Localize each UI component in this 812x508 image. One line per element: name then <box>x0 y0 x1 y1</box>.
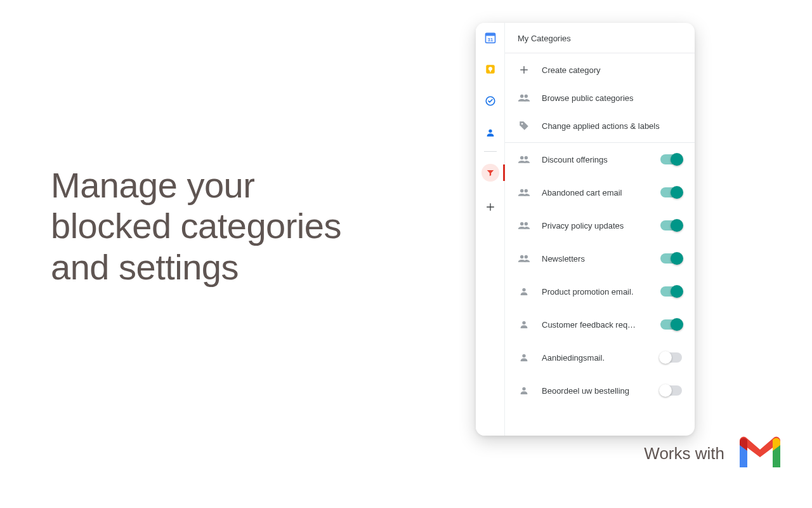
category-label: Beoordeel uw bestelling <box>542 386 649 396</box>
svg-point-22 <box>525 255 528 258</box>
browse-public-label: Browse public categories <box>542 93 634 103</box>
category-label: Product promotion email. <box>542 287 649 297</box>
svg-point-18 <box>525 189 528 192</box>
plus-icon[interactable] <box>483 200 497 214</box>
calendar-icon[interactable]: 31 <box>483 30 497 44</box>
tag-icon <box>518 119 530 132</box>
change-actions-button[interactable]: Change applied actions & labels <box>505 112 695 140</box>
category-row: Product promotion email. <box>505 275 695 308</box>
group-icon <box>518 219 530 232</box>
svg-point-26 <box>522 387 525 391</box>
footer: Works with <box>644 434 784 472</box>
svg-point-25 <box>522 354 525 358</box>
category-toggle[interactable] <box>660 253 682 264</box>
category-toggle[interactable] <box>660 385 682 396</box>
group-icon <box>518 252 530 265</box>
category-label: Discount offerings <box>542 155 649 164</box>
category-toggle[interactable] <box>660 220 682 231</box>
person-icon <box>518 351 530 364</box>
category-list: Discount offeringsAbandoned cart emailPr… <box>505 143 695 436</box>
contacts-icon[interactable] <box>483 126 497 140</box>
svg-point-17 <box>520 189 523 192</box>
create-category-button[interactable]: Create category <box>505 56 695 84</box>
category-toggle[interactable] <box>660 187 682 197</box>
svg-point-15 <box>520 156 523 159</box>
create-category-label: Create category <box>542 65 601 75</box>
browse-public-button[interactable]: Browse public categories <box>505 84 695 112</box>
panel-title: My Categories <box>505 23 695 53</box>
person-icon <box>518 318 530 331</box>
category-label: Abandoned cart email <box>542 188 649 197</box>
svg-point-12 <box>520 95 523 98</box>
keep-icon[interactable] <box>483 62 497 76</box>
filter-icon[interactable] <box>476 163 505 182</box>
category-label: Newsletters <box>542 254 649 264</box>
category-toggle[interactable] <box>660 352 682 363</box>
person-icon <box>518 285 530 298</box>
panel-main: My Categories Create category Browse pub… <box>505 23 695 436</box>
svg-point-21 <box>520 255 523 258</box>
change-actions-label: Change applied actions & labels <box>542 121 660 131</box>
tasks-icon[interactable] <box>483 94 497 108</box>
svg-text:31: 31 <box>487 37 492 43</box>
sidebar-divider <box>484 151 497 152</box>
category-label: Privacy policy updates <box>542 221 649 231</box>
panel-actions: Create category Browse public categories… <box>505 53 695 143</box>
group-icon <box>518 153 530 166</box>
svg-point-20 <box>525 222 528 225</box>
page-headline: Manage yourblocked categoriesand setting… <box>51 165 341 288</box>
categories-panel: 31 My Categories <box>476 23 695 436</box>
category-row: Abandoned cart email <box>505 176 695 209</box>
category-row: Discount offerings <box>505 143 695 176</box>
group-icon <box>518 186 530 199</box>
category-row: Customer feedback req… <box>505 308 695 341</box>
category-row: Newsletters <box>505 242 695 275</box>
category-toggle[interactable] <box>660 286 682 297</box>
plus-icon <box>518 64 530 76</box>
svg-point-19 <box>520 222 523 225</box>
works-with-label: Works with <box>644 444 724 464</box>
svg-point-24 <box>522 321 525 324</box>
svg-point-14 <box>521 123 523 125</box>
category-label: Customer feedback req… <box>542 320 649 330</box>
category-toggle[interactable] <box>660 154 682 164</box>
svg-point-13 <box>525 95 528 98</box>
svg-rect-5 <box>490 70 491 72</box>
page-headline-text: Manage yourblocked categoriesand setting… <box>51 165 341 287</box>
gmail-logo-icon <box>736 434 784 472</box>
category-toggle[interactable] <box>660 319 682 330</box>
category-row: Beoordeel uw bestelling <box>505 374 695 407</box>
svg-point-16 <box>525 156 528 159</box>
svg-point-7 <box>488 130 492 133</box>
category-row: Aanbiedingsmail. <box>505 341 695 374</box>
side-rail: 31 <box>476 23 505 436</box>
category-label: Aanbiedingsmail. <box>542 353 649 363</box>
group-icon <box>518 91 530 104</box>
category-row: Privacy policy updates <box>505 209 695 242</box>
panel-title-text: My Categories <box>518 34 571 43</box>
person-icon <box>518 384 530 397</box>
svg-rect-1 <box>485 33 495 36</box>
svg-point-23 <box>522 288 525 291</box>
svg-point-4 <box>488 67 492 70</box>
